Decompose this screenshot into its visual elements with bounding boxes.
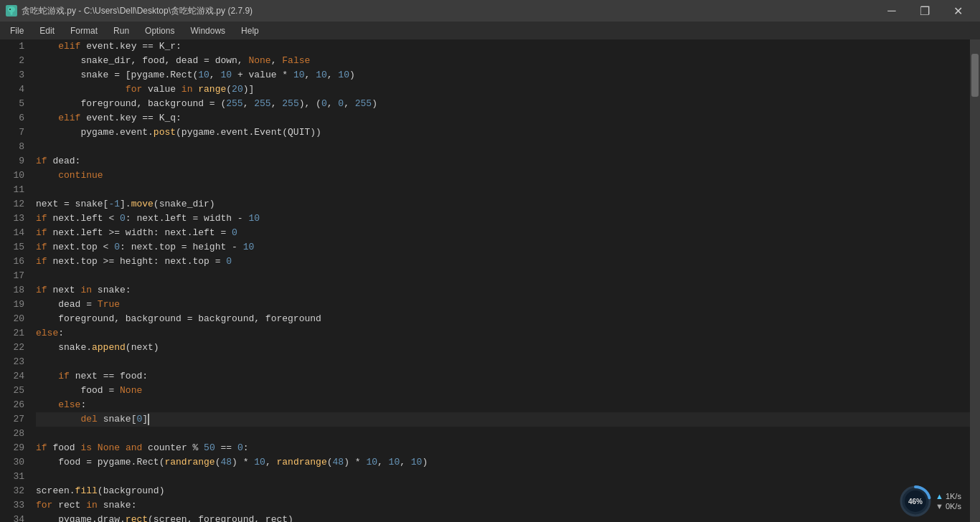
code-line-32: screen.fill(background) bbox=[36, 484, 970, 498]
menu-edit[interactable]: Edit bbox=[32, 22, 62, 39]
scrollbar-track[interactable] bbox=[970, 39, 980, 522]
upload-indicator: ▲ 1K/s bbox=[936, 492, 961, 500]
menu-format[interactable]: Format bbox=[63, 22, 105, 39]
code-editor[interactable]: elif event.key == K_r: snake_dir, food, … bbox=[29, 39, 970, 522]
code-line-23 bbox=[36, 355, 970, 369]
code-line-30: food = pygame.Rect(randrange(48) * 10, r… bbox=[36, 455, 970, 470]
menu-windows[interactable]: Windows bbox=[183, 22, 232, 39]
title-bar: 贪吃蛇游戏.py - C:\Users\Dell\Desktop\贪吃蛇游戏.p… bbox=[0, 0, 980, 22]
code-line-22: snake.append(next) bbox=[36, 341, 970, 355]
window-title: 贪吃蛇游戏.py - C:\Users\Dell\Desktop\贪吃蛇游戏.p… bbox=[22, 5, 253, 17]
code-line-27: del snake[0] bbox=[36, 412, 970, 427]
code-line-34: pygame.draw.rect(screen, foreground, rec… bbox=[36, 513, 970, 522]
code-line-28 bbox=[36, 427, 970, 441]
menu-help[interactable]: Help bbox=[234, 22, 266, 39]
maximize-button[interactable]: ❐ bbox=[908, 0, 941, 22]
code-line-6: elif event.key == K_q: bbox=[36, 111, 970, 125]
code-line-2: snake_dir, food, dead = down, None, Fals… bbox=[36, 54, 970, 68]
code-line-4: for value in range(20)] bbox=[36, 82, 970, 97]
menu-run[interactable]: Run bbox=[106, 22, 136, 39]
code-line-24: if next == food: bbox=[36, 369, 970, 384]
code-line-10: continue bbox=[36, 169, 970, 183]
code-line-21: else: bbox=[36, 326, 970, 341]
menu-bar: File Edit Format Run Options Windows Hel… bbox=[0, 22, 980, 39]
code-line-5: foreground, background = (255, 255, 255)… bbox=[36, 97, 970, 111]
circle-progress: 46% bbox=[898, 484, 933, 518]
code-line-25: food = None bbox=[36, 384, 970, 398]
menu-file[interactable]: File bbox=[3, 22, 31, 39]
download-indicator: ▼ 0K/s bbox=[936, 502, 961, 511]
window-controls: ─ ❐ ✕ bbox=[875, 0, 974, 22]
code-line-13: if next.left < 0: next.left = width - 10 bbox=[36, 212, 970, 226]
editor-area: 1 2 3 4 5 6 7 8 9 10 11 12 13 14 15 16 1… bbox=[0, 39, 980, 522]
code-line-7: pygame.event.post(pygame.event.Event(QUI… bbox=[36, 125, 970, 140]
code-line-8 bbox=[36, 140, 970, 154]
upload-speed: 1K/s bbox=[946, 492, 961, 500]
minimize-button[interactable]: ─ bbox=[875, 0, 908, 22]
svg-point-0 bbox=[9, 9, 11, 10]
code-line-1: elif event.key == K_r: bbox=[36, 39, 970, 54]
network-widget: 46% ▲ 1K/s ▼ 0K/s bbox=[898, 483, 977, 519]
code-line-3: snake = [pygame.Rect(10, 10 + value * 10… bbox=[36, 68, 970, 82]
app-icon bbox=[6, 5, 17, 16]
code-line-14: if next.left >= width: next.left = 0 bbox=[36, 226, 970, 240]
close-button[interactable]: ✕ bbox=[941, 0, 974, 22]
download-speed: 0K/s bbox=[946, 502, 961, 511]
line-numbers: 1 2 3 4 5 6 7 8 9 10 11 12 13 14 15 16 1… bbox=[0, 39, 29, 522]
code-line-29: if food is None and counter % 50 == 0: bbox=[36, 441, 970, 455]
code-line-31 bbox=[36, 470, 970, 484]
code-line-16: if next.top >= height: next.top = 0 bbox=[36, 255, 970, 269]
menu-options[interactable]: Options bbox=[138, 22, 182, 39]
code-line-12: next = snake[-1].move(snake_dir) bbox=[36, 197, 970, 212]
code-line-9: if dead: bbox=[36, 154, 970, 169]
scrollbar-thumb[interactable] bbox=[971, 54, 979, 97]
title-bar-left: 贪吃蛇游戏.py - C:\Users\Dell\Desktop\贪吃蛇游戏.p… bbox=[6, 5, 253, 17]
code-line-20: foreground, background = background, for… bbox=[36, 312, 970, 326]
code-line-19: dead = True bbox=[36, 298, 970, 312]
code-line-17 bbox=[36, 269, 970, 283]
code-line-33: for rect in snake: bbox=[36, 498, 970, 513]
code-line-26: else: bbox=[36, 398, 970, 412]
code-line-15: if next.top < 0: next.top = height - 10 bbox=[36, 240, 970, 255]
svg-text:46%: 46% bbox=[908, 498, 923, 506]
code-line-18: if next in snake: bbox=[36, 283, 970, 298]
code-line-11 bbox=[36, 183, 970, 197]
network-speeds: ▲ 1K/s ▼ 0K/s bbox=[936, 492, 961, 511]
